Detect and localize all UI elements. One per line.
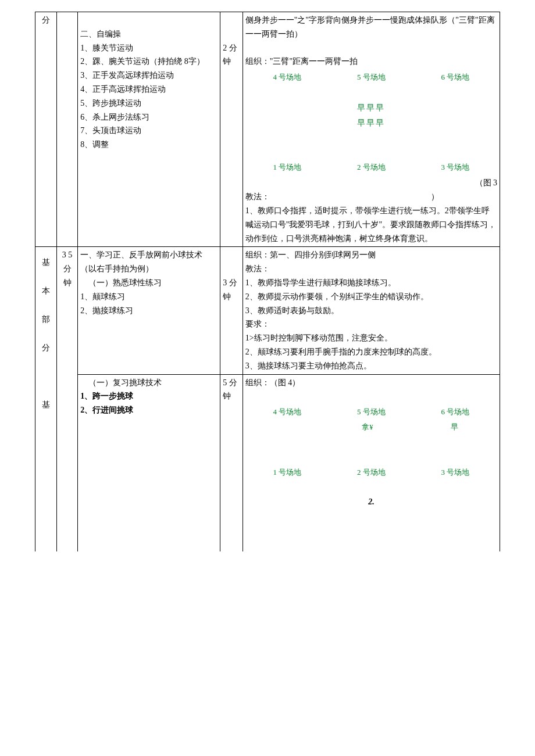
section-a-method: 组织：第一、四排分别到球网另一侧 教法： 1、教师指导学生进行颠球和抛接球练习。… (242, 247, 500, 374)
court-label: 4 号场地 (273, 406, 302, 418)
phase-label-main: 基 本 部 分 基 (35, 247, 57, 551)
court-label: 1 号场地 (273, 466, 302, 479)
char: 本 (38, 277, 54, 305)
empty-col (56, 12, 78, 247)
req-item: 1>练习时控制脚下移动范围，注意安全。 (245, 331, 497, 345)
section-heading: 一、学习正、反手放网前小球技术（以右手持拍为例） (80, 248, 217, 276)
teach-line: 1、教师口令指挥，适时提示，带领学生进行统一练习。2带领学生呼喊运动口号"我爱羽… (245, 204, 497, 245)
char: 分 (38, 334, 54, 362)
court-label: 2 号场地 (357, 466, 386, 479)
item: 7、头顶击球运动 (80, 124, 217, 138)
teach-item: 2、教师提示动作要领，个别纠正学生的错误动作。 (245, 290, 497, 304)
char: 基 (38, 390, 54, 419)
figure-close: ） (431, 190, 497, 204)
item: 2、抛接球练习 (80, 304, 217, 318)
req-heading: 要求： (245, 317, 497, 331)
intro-text: 侧身并步一一"之"字形背向侧身并步一一慢跑成体操队形（"三臂"距离一一两臂一拍） (245, 13, 497, 41)
courts-bottom-row: 1 号场地 2 号场地 3 号场地 (245, 161, 497, 174)
figure-label: （图 3 (245, 176, 497, 190)
courts-top-row: 4 号场地 5 号场地 6 号场地 (245, 406, 497, 418)
court-label: 2 号场地 (357, 161, 386, 174)
item: 1、颠球练习 (80, 290, 217, 304)
time-text: 3 5 分钟 (62, 250, 73, 287)
item: 8、调整 (80, 138, 217, 152)
warmup-method-cell: 侧身并步一一"之"字形背向侧身并步一一慢跑成体操队形（"三臂"距离一一两臂一拍）… (242, 12, 500, 247)
organize-text: 组织：第一、四排分别到球网另一侧 (245, 248, 497, 262)
court-label: 5 号场地 (357, 406, 386, 418)
courts-top-row: 4 号场地 5 号场地 6 号场地 (245, 71, 497, 84)
court-label: 1 号场地 (273, 161, 302, 174)
teach-item: 3、教师适时表扬与鼓励。 (245, 304, 497, 318)
court-label: 4 号场地 (273, 71, 302, 84)
teach-heading: 教法： (245, 190, 270, 204)
item: 2、行进间挑球 (80, 403, 217, 417)
req-item: 2、颠球练习要利用手腕手指的力度来控制球的高度。 (245, 345, 497, 359)
courts-bottom-row: 1 号场地 2 号场地 3 号场地 (245, 466, 497, 479)
court-label: 6 号场地 (441, 71, 469, 84)
item: 3、正手发高远球挥拍运动 (80, 69, 217, 83)
item: 1、膝关节运动 (80, 41, 217, 55)
teach-item: 1、教师指导学生进行颠球和抛接球练习。 (245, 276, 497, 290)
total-time-cell: 3 5 分钟 (56, 247, 78, 551)
req-item: 3、抛接球练习要主动伸拍抢高点。 (245, 359, 497, 373)
teach-heading: 教法： (245, 262, 497, 276)
item: 1、跨一步挑球 (80, 389, 217, 403)
section-b-method: 组织：（图 4） 4 号场地 5 号场地 6 号场地 拿¥ 早 1 号场地 2 … (242, 374, 500, 551)
organize-text: 组织：（图 4） (245, 376, 497, 390)
time-cell: 2 分钟 (220, 12, 243, 247)
section-heading: （一）复习挑球技术 (80, 376, 217, 390)
court-label: 6 号场地 (441, 406, 469, 418)
item: 5、跨步挑球运动 (80, 96, 217, 110)
char: 基 (38, 248, 54, 277)
item: 6、杀上网步法练习 (80, 110, 217, 124)
court-label: 5 号场地 (357, 71, 386, 84)
time-text: 5 分钟 (223, 378, 237, 401)
mid-symbols-row: 拿¥ 早 (245, 421, 497, 433)
time-text: 3 分钟 (223, 278, 237, 301)
phase-label-fen: 分 (35, 12, 57, 247)
text: 分 (38, 13, 54, 27)
footer-number: 2. (245, 495, 497, 509)
section-b-time: 5 分钟 (220, 374, 243, 551)
warmup-heading: 二、自编操 (80, 27, 217, 41)
formation-symbols: 早早早 (245, 116, 497, 130)
formation-symbols: 早早早 (245, 101, 497, 115)
item: 2、踝、腕关节运动（持拍绕 8字） (80, 55, 217, 69)
warmup-content-cell: 二、自编操 1、膝关节运动 2、踝、腕关节运动（持拍绕 8字） 3、正手发高远球… (78, 12, 220, 247)
formation-symbol: 拿¥ (362, 421, 373, 433)
lesson-plan-table: 分 二、自编操 1、膝关节运动 2、踝、腕关节运动（持拍绕 8字） 3、正手发高… (35, 12, 500, 551)
formation-symbol: 早 (451, 421, 458, 433)
item: 4、正手高远球挥拍运动 (80, 83, 217, 96)
section-a-content: 一、学习正、反手放网前小球技术（以右手持拍为例） （一）熟悉球性练习 1、颠球练… (78, 247, 220, 374)
court-label: 3 号场地 (441, 466, 469, 479)
court-label: 3 号场地 (441, 161, 469, 174)
organize-text: 组织："三臂"距离一一两臂一拍 (245, 55, 497, 69)
subheading: （一）熟悉球性练习 (80, 276, 217, 290)
section-b-content: （一）复习挑球技术 1、跨一步挑球 2、行进间挑球 (78, 374, 220, 551)
section-a-time: 3 分钟 (220, 247, 243, 374)
char: 部 (38, 305, 54, 334)
time-text: 2 分钟 (223, 44, 237, 66)
